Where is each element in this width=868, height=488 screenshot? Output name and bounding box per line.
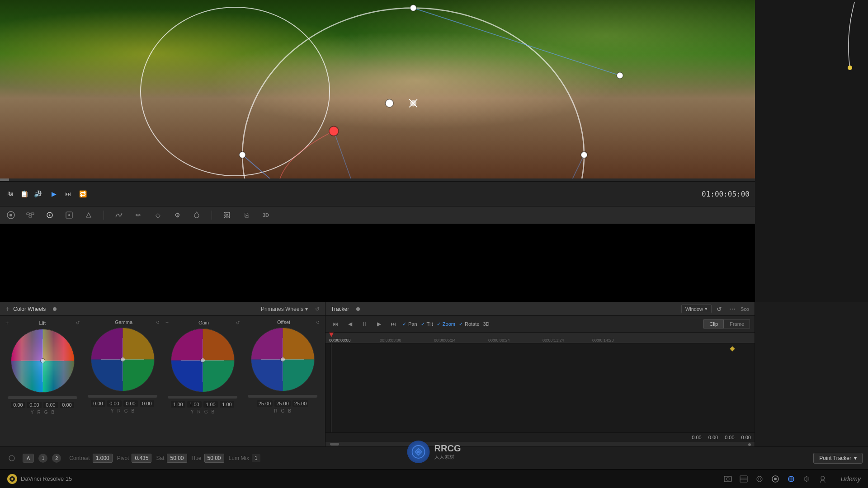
offset-slider[interactable] [248,395,318,398]
gain-wheel[interactable] [170,328,236,393]
zoom-option[interactable]: ✓ Zoom [437,321,455,327]
deliver-nav-icon[interactable] [816,472,830,486]
lum-mix-value[interactable]: 1 [252,454,260,462]
gain-reset[interactable]: ↺ [236,320,240,325]
circle-tool[interactable] [43,209,56,221]
svg-rect-55 [740,476,747,482]
volume-icon[interactable]: 🔊 [33,189,42,199]
video-section: ⏮ ◀ ⏸ ▶ ⏭ 🔁 ↻ 📋 🔊 01:00:05:00 [0,0,755,302]
settings-tool[interactable]: ⚙ [171,209,184,221]
progress-bar-container[interactable] [0,178,755,181]
tracker-header-right: Window ▾ ↺ ⋯ Sco [681,304,749,314]
bottom-tool-1[interactable] [5,452,18,465]
lift-label-row: + Lift ↺ [4,319,81,326]
time-label-1: 00:00:03:00 [380,338,401,343]
gamma-reset[interactable]: ↺ [156,320,160,325]
audio-nav-icon[interactable] [800,472,814,486]
lift-label: Lift [39,320,46,326]
color-wheels-tool[interactable] [5,209,17,221]
tracker-playhead[interactable] [329,333,334,337]
tracker-pause-button[interactable]: ⏸ [359,319,370,329]
gallery-tool[interactable]: 🖼 [221,209,233,221]
sat-label: Sat [156,455,164,461]
svg-rect-18 [27,213,29,215]
media-nav-icon[interactable] [721,472,735,486]
lift-reset[interactable]: ↺ [76,320,80,325]
tracker-tool[interactable] [63,209,75,221]
svg-point-48 [280,357,285,362]
fusion-nav-icon[interactable] [769,472,782,486]
tracker-controls: ⏮ ◀ ⏸ ▶ ⏭ ✓ Pan ✓ Tilt ✓ Zoom [326,316,755,333]
lift-add[interactable]: + [5,319,9,326]
play-button[interactable]: ▶ [49,189,59,199]
mode-a-button[interactable]: A [23,454,34,463]
davinci-logo [7,474,17,484]
sat-value[interactable]: 50.00 [167,454,187,463]
tracker-play-button[interactable]: ▶ [373,319,384,329]
loop-button[interactable]: 🔁 [78,189,88,199]
frame-tab[interactable]: Frame [724,319,750,328]
reset-all-button[interactable]: ↺ [315,306,320,312]
offset-reset[interactable]: ↺ [316,320,320,325]
gamma-slider[interactable] [88,395,158,398]
edit-nav-icon[interactable] [753,472,766,486]
color-wheels-panel: + Color Wheels Primaries Wheels ▾ ↺ + Li… [0,302,326,446]
mode-2-badge[interactable]: 2 [52,454,61,463]
gamma-values: 0.00 0.00 0.00 0.00 [91,400,154,407]
clip-icon[interactable]: 📋 [19,189,29,199]
svg-point-54 [726,478,729,480]
pen-tool[interactable]: ✏ [132,209,145,221]
svg-point-58 [757,476,762,482]
tracker-more-button[interactable]: ⋯ [727,304,738,314]
copy-tool[interactable]: ⎘ [240,209,253,221]
hue-control: Hue 50.00 [192,454,224,463]
svg-point-43 [200,358,205,363]
primaries-dropdown[interactable]: Primaries Wheels ▾ [261,306,308,312]
3d-option[interactable]: 3D [483,321,489,327]
tracker-go-end-button[interactable]: ⏭ [388,319,399,329]
nodes-tool[interactable] [24,209,37,221]
tracker-go-start-button[interactable]: ⏮ [330,319,341,329]
gamma-channels: Y R G B [111,408,134,413]
point-tracker-button[interactable]: Point Tracker ▾ [813,453,863,464]
tracker-prev-button[interactable]: ◀ [344,319,355,329]
davinci-bar: DaVinci Resolve 15 Udemy [0,469,868,488]
tracker-scrollbar[interactable] [326,442,755,446]
3d-tool[interactable]: 3D [259,209,272,221]
svg-rect-19 [31,213,34,215]
sync-icon[interactable]: ↻ [5,189,15,199]
rotate-option[interactable]: ✓ Rotate [459,321,479,327]
lift-values: 0.00 0.00 0.00 0.00 [11,402,74,408]
pivot-value[interactable]: 0.435 [132,454,151,463]
magic-mask-tool[interactable] [82,209,95,221]
color-tool[interactable] [190,209,203,221]
play-to-end-button[interactable]: ⏭ [63,189,73,199]
add-wheel-button[interactable]: + [5,305,9,313]
lift-wheel[interactable] [10,328,75,394]
window-button[interactable]: Window ▾ [681,305,712,313]
separator-2 [212,211,212,220]
offset-label: Offset [277,319,290,325]
clip-tab[interactable]: Clip [703,319,724,328]
shape-tool[interactable]: ◇ [151,209,164,221]
gain-slider[interactable] [168,396,238,399]
tilt-option[interactable]: ✓ Tilt [421,321,433,327]
hue-value[interactable]: 50.00 [204,454,224,463]
cut-nav-icon[interactable] [737,472,750,486]
lift-slider[interactable] [8,396,78,399]
offset-wheel[interactable] [250,327,316,392]
tracker-scrollbar-thumb[interactable] [330,443,339,446]
curve-tool[interactable] [113,209,125,221]
pan-option[interactable]: ✓ Pan [402,321,417,327]
playback-bar: ⏮ ◀ ⏸ ▶ ⏭ 🔁 ↻ 📋 🔊 01:00:05:00 [0,181,755,206]
contrast-value[interactable]: 1.000 [93,454,113,463]
lift-wheel-container: + Lift ↺ [4,319,81,443]
tracker-settings-icon[interactable]: ↺ [714,304,724,314]
color-nav-icon[interactable] [784,472,798,486]
gamma-wheel[interactable] [90,327,156,392]
right-panel [755,0,868,302]
time-label-5: 00:00:14:23 [592,338,614,343]
mode-1-badge[interactable]: 1 [38,454,47,463]
udemy-logo: Udemy [841,475,861,483]
offset-values: 25.00 25.00 25.00 [257,400,309,407]
